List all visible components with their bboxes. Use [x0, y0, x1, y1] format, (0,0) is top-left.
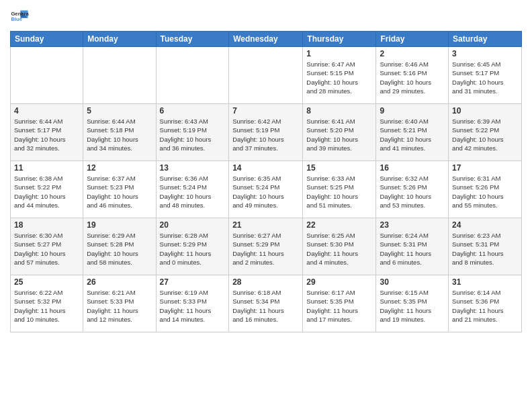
- calendar-cell: 23Sunrise: 6:24 AM Sunset: 5:31 PM Dayli…: [376, 218, 449, 275]
- day-number: 17: [452, 163, 518, 173]
- calendar-header-sunday: Sunday: [11, 32, 83, 47]
- calendar-cell: 22Sunrise: 6:25 AM Sunset: 5:30 PM Dayli…: [303, 218, 376, 275]
- day-info: Sunrise: 6:27 AM Sunset: 5:29 PM Dayligh…: [232, 231, 299, 267]
- calendar-cell: 27Sunrise: 6:19 AM Sunset: 5:33 PM Dayli…: [156, 275, 229, 332]
- day-info: Sunrise: 6:32 AM Sunset: 5:26 PM Dayligh…: [380, 174, 445, 210]
- day-number: 6: [160, 106, 226, 116]
- day-number: 20: [160, 220, 226, 230]
- calendar-header-wednesday: Wednesday: [229, 32, 303, 47]
- day-info: Sunrise: 6:30 AM Sunset: 5:27 PM Dayligh…: [14, 231, 79, 267]
- day-number: 23: [380, 220, 445, 230]
- calendar-week-4: 18Sunrise: 6:30 AM Sunset: 5:27 PM Dayli…: [11, 218, 522, 275]
- calendar-week-5: 25Sunrise: 6:22 AM Sunset: 5:32 PM Dayli…: [11, 275, 522, 332]
- day-number: 8: [306, 106, 372, 116]
- day-info: Sunrise: 6:38 AM Sunset: 5:22 PM Dayligh…: [14, 174, 79, 210]
- day-number: 13: [160, 163, 226, 173]
- day-number: 3: [452, 49, 518, 58]
- day-info: Sunrise: 6:46 AM Sunset: 5:16 PM Dayligh…: [380, 60, 445, 95]
- day-info: Sunrise: 6:23 AM Sunset: 5:31 PM Dayligh…: [452, 231, 518, 267]
- day-number: 14: [232, 163, 299, 173]
- calendar-cell: 7Sunrise: 6:42 AM Sunset: 5:19 PM Daylig…: [229, 104, 303, 161]
- day-number: 9: [380, 106, 445, 116]
- calendar-cell: 1Sunrise: 6:47 AM Sunset: 5:15 PM Daylig…: [303, 47, 376, 104]
- day-number: 12: [87, 163, 152, 173]
- day-number: 29: [306, 277, 372, 287]
- calendar-cell: 9Sunrise: 6:40 AM Sunset: 5:21 PM Daylig…: [376, 104, 449, 161]
- day-number: 28: [232, 277, 299, 287]
- day-info: Sunrise: 6:39 AM Sunset: 5:22 PM Dayligh…: [452, 117, 518, 152]
- calendar-week-1: 1Sunrise: 6:47 AM Sunset: 5:15 PM Daylig…: [11, 47, 522, 104]
- day-info: Sunrise: 6:17 AM Sunset: 5:35 PM Dayligh…: [306, 288, 372, 324]
- calendar-cell: [156, 47, 229, 104]
- calendar-table: SundayMondayTuesdayWednesdayThursdayFrid…: [10, 31, 522, 332]
- day-number: 27: [160, 277, 226, 287]
- day-info: Sunrise: 6:28 AM Sunset: 5:29 PM Dayligh…: [160, 231, 226, 267]
- calendar-header-friday: Friday: [376, 32, 449, 47]
- day-info: Sunrise: 6:19 AM Sunset: 5:33 PM Dayligh…: [160, 288, 226, 324]
- calendar-cell: 17Sunrise: 6:31 AM Sunset: 5:26 PM Dayli…: [449, 161, 522, 218]
- calendar-cell: 24Sunrise: 6:23 AM Sunset: 5:31 PM Dayli…: [449, 218, 522, 275]
- svg-text:Blue: Blue: [11, 16, 22, 22]
- page-container: General Blue SundayMondayTuesdayWednesda…: [0, 0, 532, 411]
- day-info: Sunrise: 6:33 AM Sunset: 5:25 PM Dayligh…: [306, 174, 372, 210]
- day-number: 16: [380, 163, 445, 173]
- calendar-cell: 30Sunrise: 6:15 AM Sunset: 5:35 PM Dayli…: [376, 275, 449, 332]
- calendar-cell: 10Sunrise: 6:39 AM Sunset: 5:22 PM Dayli…: [449, 104, 522, 161]
- day-info: Sunrise: 6:42 AM Sunset: 5:19 PM Dayligh…: [232, 117, 299, 152]
- calendar-cell: 13Sunrise: 6:36 AM Sunset: 5:24 PM Dayli…: [156, 161, 229, 218]
- calendar-header-row: SundayMondayTuesdayWednesdayThursdayFrid…: [11, 32, 522, 47]
- day-number: 22: [306, 220, 372, 230]
- day-number: 4: [14, 106, 79, 116]
- calendar-cell: 19Sunrise: 6:29 AM Sunset: 5:28 PM Dayli…: [83, 218, 156, 275]
- day-number: 15: [306, 163, 372, 173]
- calendar-cell: 5Sunrise: 6:44 AM Sunset: 5:18 PM Daylig…: [83, 104, 156, 161]
- day-info: Sunrise: 6:15 AM Sunset: 5:35 PM Dayligh…: [380, 288, 445, 324]
- logo-icon: General Blue: [10, 7, 29, 26]
- day-info: Sunrise: 6:25 AM Sunset: 5:30 PM Dayligh…: [306, 231, 372, 267]
- day-number: 24: [452, 220, 518, 230]
- calendar-header-monday: Monday: [83, 32, 156, 47]
- calendar-cell: 25Sunrise: 6:22 AM Sunset: 5:32 PM Dayli…: [11, 275, 83, 332]
- calendar-week-3: 11Sunrise: 6:38 AM Sunset: 5:22 PM Dayli…: [11, 161, 522, 218]
- calendar-cell: 20Sunrise: 6:28 AM Sunset: 5:29 PM Dayli…: [156, 218, 229, 275]
- calendar-header-saturday: Saturday: [449, 32, 522, 47]
- calendar-cell: 3Sunrise: 6:45 AM Sunset: 5:17 PM Daylig…: [449, 47, 522, 104]
- calendar-header-tuesday: Tuesday: [156, 32, 229, 47]
- svg-text:General: General: [11, 11, 29, 17]
- calendar-cell: 16Sunrise: 6:32 AM Sunset: 5:26 PM Dayli…: [376, 161, 449, 218]
- day-info: Sunrise: 6:43 AM Sunset: 5:19 PM Dayligh…: [160, 117, 226, 152]
- day-number: 18: [14, 220, 79, 230]
- page-header: General Blue: [10, 7, 522, 26]
- calendar-cell: 12Sunrise: 6:37 AM Sunset: 5:23 PM Dayli…: [83, 161, 156, 218]
- calendar-cell: [83, 47, 156, 104]
- day-info: Sunrise: 6:14 AM Sunset: 5:36 PM Dayligh…: [452, 288, 518, 324]
- day-info: Sunrise: 6:36 AM Sunset: 5:24 PM Dayligh…: [160, 174, 226, 210]
- calendar-cell: 4Sunrise: 6:44 AM Sunset: 5:17 PM Daylig…: [11, 104, 83, 161]
- calendar-header-thursday: Thursday: [303, 32, 376, 47]
- day-info: Sunrise: 6:44 AM Sunset: 5:17 PM Dayligh…: [14, 117, 79, 152]
- day-info: Sunrise: 6:37 AM Sunset: 5:23 PM Dayligh…: [87, 174, 152, 210]
- calendar-cell: [11, 47, 83, 104]
- day-number: 1: [306, 49, 372, 58]
- day-info: Sunrise: 6:44 AM Sunset: 5:18 PM Dayligh…: [87, 117, 152, 152]
- day-info: Sunrise: 6:29 AM Sunset: 5:28 PM Dayligh…: [87, 231, 152, 267]
- calendar-cell: 8Sunrise: 6:41 AM Sunset: 5:20 PM Daylig…: [303, 104, 376, 161]
- day-number: 26: [87, 277, 152, 287]
- calendar-cell: [229, 47, 303, 104]
- day-number: 25: [14, 277, 79, 287]
- day-number: 10: [452, 106, 518, 116]
- calendar-cell: 28Sunrise: 6:18 AM Sunset: 5:34 PM Dayli…: [229, 275, 303, 332]
- calendar-cell: 21Sunrise: 6:27 AM Sunset: 5:29 PM Dayli…: [229, 218, 303, 275]
- day-info: Sunrise: 6:31 AM Sunset: 5:26 PM Dayligh…: [452, 174, 518, 210]
- day-number: 19: [87, 220, 152, 230]
- day-number: 11: [14, 163, 79, 173]
- day-info: Sunrise: 6:35 AM Sunset: 5:24 PM Dayligh…: [232, 174, 299, 210]
- day-number: 30: [380, 277, 445, 287]
- day-number: 31: [452, 277, 518, 287]
- day-number: 5: [87, 106, 152, 116]
- day-number: 7: [232, 106, 299, 116]
- day-info: Sunrise: 6:40 AM Sunset: 5:21 PM Dayligh…: [380, 117, 445, 152]
- calendar-cell: 26Sunrise: 6:21 AM Sunset: 5:33 PM Dayli…: [83, 275, 156, 332]
- calendar-cell: 15Sunrise: 6:33 AM Sunset: 5:25 PM Dayli…: [303, 161, 376, 218]
- day-number: 21: [232, 220, 299, 230]
